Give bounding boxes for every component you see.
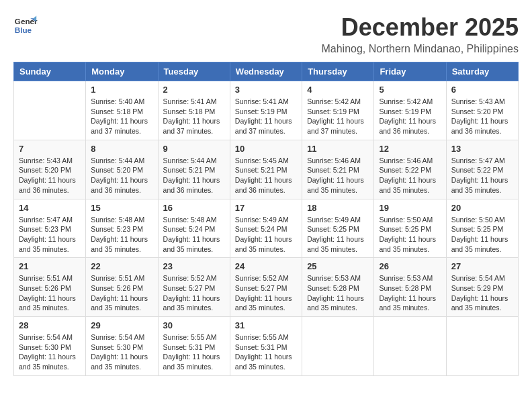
day-cell: 8Sunrise: 5:44 AMSunset: 5:20 PMDaylight… — [86, 140, 158, 199]
day-info: Sunrise: 5:43 AMSunset: 5:20 PMDaylight:… — [19, 156, 81, 195]
day-number: 30 — [163, 320, 225, 330]
day-info: Sunrise: 5:42 AMSunset: 5:19 PMDaylight:… — [379, 97, 441, 136]
day-cell — [446, 317, 518, 376]
day-info: Sunrise: 5:52 AMSunset: 5:27 PMDaylight:… — [163, 273, 225, 313]
day-number: 12 — [379, 144, 441, 154]
day-cell: 26Sunrise: 5:53 AMSunset: 5:28 PMDayligh… — [374, 258, 446, 317]
day-cell: 1Sunrise: 5:40 AMSunset: 5:18 PMDaylight… — [86, 81, 158, 140]
day-number: 31 — [235, 320, 297, 330]
day-number: 21 — [19, 261, 81, 271]
day-number: 8 — [91, 144, 152, 154]
day-info: Sunrise: 5:46 AMSunset: 5:22 PMDaylight:… — [379, 156, 441, 195]
page-header: General Blue December 2025 Mahinog, Nort… — [13, 13, 519, 55]
day-number: 7 — [19, 144, 81, 154]
day-number: 17 — [235, 203, 297, 213]
day-number: 26 — [379, 261, 441, 271]
day-cell: 10Sunrise: 5:45 AMSunset: 5:21 PMDayligh… — [230, 140, 302, 199]
day-cell: 31Sunrise: 5:55 AMSunset: 5:31 PMDayligh… — [230, 317, 302, 376]
day-cell: 15Sunrise: 5:48 AMSunset: 5:23 PMDayligh… — [86, 199, 158, 258]
day-cell: 2Sunrise: 5:41 AMSunset: 5:18 PMDaylight… — [158, 81, 230, 140]
day-info: Sunrise: 5:46 AMSunset: 5:21 PMDaylight:… — [307, 156, 369, 195]
day-info: Sunrise: 5:54 AMSunset: 5:29 PMDaylight:… — [451, 273, 513, 313]
week-row-1: 1Sunrise: 5:40 AMSunset: 5:18 PMDaylight… — [14, 81, 519, 140]
svg-text:Blue: Blue — [15, 26, 32, 34]
day-cell — [374, 317, 446, 376]
logo: General Blue — [13, 13, 38, 38]
day-number: 29 — [91, 320, 152, 330]
day-info: Sunrise: 5:47 AMSunset: 5:23 PMDaylight:… — [19, 215, 81, 255]
day-number: 14 — [19, 203, 81, 213]
week-row-5: 28Sunrise: 5:54 AMSunset: 5:30 PMDayligh… — [14, 317, 519, 376]
day-info: Sunrise: 5:48 AMSunset: 5:23 PMDaylight:… — [91, 215, 152, 255]
day-info: Sunrise: 5:49 AMSunset: 5:24 PMDaylight:… — [235, 215, 297, 255]
day-cell: 24Sunrise: 5:52 AMSunset: 5:27 PMDayligh… — [230, 258, 302, 317]
day-number: 11 — [307, 144, 369, 154]
day-cell: 11Sunrise: 5:46 AMSunset: 5:21 PMDayligh… — [302, 140, 374, 199]
day-cell: 25Sunrise: 5:53 AMSunset: 5:28 PMDayligh… — [302, 258, 374, 317]
day-info: Sunrise: 5:42 AMSunset: 5:19 PMDaylight:… — [307, 97, 369, 136]
title-area: December 2025 Mahinog, Northern Mindanao… — [321, 13, 519, 55]
day-info: Sunrise: 5:55 AMSunset: 5:31 PMDaylight:… — [163, 332, 225, 372]
day-cell: 21Sunrise: 5:51 AMSunset: 5:26 PMDayligh… — [14, 258, 86, 317]
day-cell: 28Sunrise: 5:54 AMSunset: 5:30 PMDayligh… — [14, 317, 86, 376]
calendar-table: SundayMondayTuesdayWednesdayThursdayFrid… — [13, 62, 519, 376]
day-info: Sunrise: 5:44 AMSunset: 5:20 PMDaylight:… — [91, 156, 152, 195]
day-cell: 6Sunrise: 5:43 AMSunset: 5:20 PMDaylight… — [446, 81, 518, 140]
day-info: Sunrise: 5:51 AMSunset: 5:26 PMDaylight:… — [19, 273, 81, 313]
day-number: 9 — [163, 144, 225, 154]
day-number: 22 — [91, 261, 152, 271]
day-cell: 14Sunrise: 5:47 AMSunset: 5:23 PMDayligh… — [14, 199, 86, 258]
day-info: Sunrise: 5:44 AMSunset: 5:21 PMDaylight:… — [163, 156, 225, 195]
day-number: 28 — [19, 320, 81, 330]
day-cell: 18Sunrise: 5:49 AMSunset: 5:25 PMDayligh… — [302, 199, 374, 258]
day-info: Sunrise: 5:55 AMSunset: 5:31 PMDaylight:… — [235, 332, 297, 372]
day-number: 2 — [163, 85, 225, 95]
day-cell: 4Sunrise: 5:42 AMSunset: 5:19 PMDaylight… — [302, 81, 374, 140]
day-info: Sunrise: 5:54 AMSunset: 5:30 PMDaylight:… — [19, 332, 81, 372]
day-number: 15 — [91, 203, 152, 213]
day-info: Sunrise: 5:50 AMSunset: 5:25 PMDaylight:… — [379, 215, 441, 255]
day-info: Sunrise: 5:51 AMSunset: 5:26 PMDaylight:… — [91, 273, 152, 313]
day-info: Sunrise: 5:45 AMSunset: 5:21 PMDaylight:… — [235, 156, 297, 195]
day-number: 10 — [235, 144, 297, 154]
day-cell: 9Sunrise: 5:44 AMSunset: 5:21 PMDaylight… — [158, 140, 230, 199]
day-cell: 16Sunrise: 5:48 AMSunset: 5:24 PMDayligh… — [158, 199, 230, 258]
day-number: 23 — [163, 261, 225, 271]
day-cell: 29Sunrise: 5:54 AMSunset: 5:30 PMDayligh… — [86, 317, 158, 376]
day-number: 13 — [451, 144, 513, 154]
day-cell: 20Sunrise: 5:50 AMSunset: 5:25 PMDayligh… — [446, 199, 518, 258]
weekday-header-row: SundayMondayTuesdayWednesdayThursdayFrid… — [14, 62, 519, 81]
weekday-header-saturday: Saturday — [446, 62, 518, 81]
day-cell: 13Sunrise: 5:47 AMSunset: 5:22 PMDayligh… — [446, 140, 518, 199]
week-row-4: 21Sunrise: 5:51 AMSunset: 5:26 PMDayligh… — [14, 258, 519, 317]
day-cell: 12Sunrise: 5:46 AMSunset: 5:22 PMDayligh… — [374, 140, 446, 199]
day-number: 25 — [307, 261, 369, 271]
day-info: Sunrise: 5:53 AMSunset: 5:28 PMDaylight:… — [307, 273, 369, 313]
day-number: 24 — [235, 261, 297, 271]
day-cell — [302, 317, 374, 376]
day-info: Sunrise: 5:53 AMSunset: 5:28 PMDaylight:… — [379, 273, 441, 313]
day-cell: 27Sunrise: 5:54 AMSunset: 5:29 PMDayligh… — [446, 258, 518, 317]
day-number: 5 — [379, 85, 441, 95]
day-info: Sunrise: 5:49 AMSunset: 5:25 PMDaylight:… — [307, 215, 369, 255]
day-number: 16 — [163, 203, 225, 213]
month-title: December 2025 — [321, 13, 519, 42]
day-number: 6 — [451, 85, 513, 95]
day-info: Sunrise: 5:41 AMSunset: 5:19 PMDaylight:… — [235, 97, 297, 136]
weekday-header-monday: Monday — [86, 62, 158, 81]
day-number: 18 — [307, 203, 369, 213]
day-info: Sunrise: 5:47 AMSunset: 5:22 PMDaylight:… — [451, 156, 513, 195]
day-cell: 19Sunrise: 5:50 AMSunset: 5:25 PMDayligh… — [374, 199, 446, 258]
day-info: Sunrise: 5:40 AMSunset: 5:18 PMDaylight:… — [91, 97, 152, 136]
day-cell: 7Sunrise: 5:43 AMSunset: 5:20 PMDaylight… — [14, 140, 86, 199]
day-cell: 5Sunrise: 5:42 AMSunset: 5:19 PMDaylight… — [374, 81, 446, 140]
day-cell: 30Sunrise: 5:55 AMSunset: 5:31 PMDayligh… — [158, 317, 230, 376]
weekday-header-wednesday: Wednesday — [230, 62, 302, 81]
day-info: Sunrise: 5:43 AMSunset: 5:20 PMDaylight:… — [451, 97, 513, 136]
day-info: Sunrise: 5:50 AMSunset: 5:25 PMDaylight:… — [451, 215, 513, 255]
weekday-header-tuesday: Tuesday — [158, 62, 230, 81]
day-cell — [14, 81, 86, 140]
day-number: 4 — [307, 85, 369, 95]
day-cell: 17Sunrise: 5:49 AMSunset: 5:24 PMDayligh… — [230, 199, 302, 258]
day-number: 19 — [379, 203, 441, 213]
